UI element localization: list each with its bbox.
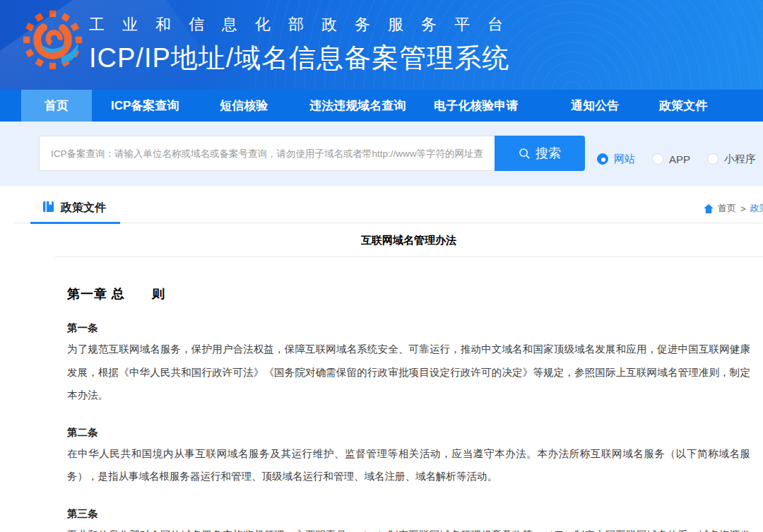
nav-item-e-verify-apply[interactable]: 电子化核验申请 — [434, 90, 518, 122]
nav-item-home[interactable]: 首页 — [21, 90, 92, 122]
article-2: 第二条 在中华人民共和国境内从事互联网域名服务及其运行维护、监督管理等相关活动，… — [67, 426, 750, 488]
search-button[interactable]: 搜索 — [495, 136, 585, 171]
breadcrumb-separator: > — [740, 203, 746, 214]
search-section: 搜索 网站 APP 小程序 快应用 — [0, 122, 763, 186]
search-icon — [519, 148, 531, 160]
article-label: 第一条 — [67, 321, 750, 335]
main-nav: 首页 ICP备案查询 短信核验 违法违规域名查询 电子化核验申请 通知公告 政策… — [0, 90, 763, 122]
content-area: 政策文件 首页 > 政策文件 互联网域名管理办法 第一章 总 则 第一条 为了规… — [0, 186, 763, 532]
search-type-website-label: 网站 — [614, 153, 635, 166]
radio-unselected-icon — [652, 153, 663, 165]
chapter-heading: 第一章 总 则 — [67, 285, 750, 302]
document-title: 互联网域名管理办法 — [67, 234, 750, 247]
breadcrumb-current[interactable]: 政策文件 — [750, 202, 763, 215]
nav-item-illegal-domain-lookup[interactable]: 违法违规域名查询 — [309, 90, 406, 122]
search-type-website[interactable]: 网站 — [597, 153, 635, 166]
radio-unselected-icon — [707, 153, 718, 165]
search-type-options: 网站 APP 小程序 快应用 — [597, 153, 763, 165]
nav-item-notices[interactable]: 通知公告 — [571, 90, 619, 122]
site-header: 工业和信息化部政务服务平台 ICP/IP地址/域名信息备案管理系统 — [0, 0, 763, 90]
radio-selected-icon — [597, 153, 608, 165]
article-label: 第三条 — [67, 507, 750, 521]
system-title: ICP/IP地址/域名信息备案管理系统 — [89, 40, 521, 76]
article-3: 第三条 工业和信息化部对全国的域名服务实施监督管理，主要职责是：（一）制定互联网… — [67, 507, 750, 532]
nav-item-policy-files[interactable]: 政策文件 — [659, 90, 707, 122]
article-text: 为了规范互联网域名服务，保护用户合法权益，保障互联网域名系统安全、可靠运行，推动… — [67, 338, 750, 407]
search-type-miniprogram-label: 小程序 — [724, 153, 756, 166]
article-label: 第二条 — [67, 426, 750, 439]
article-text: 工业和信息化部对全国的域名服务实施监督管理，主要职责是：（一）制定互联网域名管理… — [67, 524, 750, 532]
search-type-miniprogram[interactable]: 小程序 — [707, 153, 756, 166]
search-button-label: 搜索 — [536, 145, 561, 162]
section-header: 政策文件 首页 > 政策文件 — [0, 186, 763, 224]
page: 工业和信息化部政务服务平台 ICP/IP地址/域名信息备案管理系统 首页 ICP… — [0, 0, 763, 532]
book-icon — [42, 201, 54, 215]
nav-item-icp-lookup[interactable]: ICP备案查询 — [111, 90, 179, 122]
search-type-app-label: APP — [669, 153, 690, 165]
section-divider — [14, 223, 763, 223]
breadcrumb: 首页 > 政策文件 — [704, 202, 763, 215]
search-input[interactable] — [39, 136, 495, 171]
document-body: 第一章 总 则 第一条 为了规范互联网域名服务，保护用户合法权益，保障互联网域名… — [67, 285, 750, 532]
platform-title: 工业和信息化部政务服务平台 — [89, 14, 521, 35]
nav-item-sms-verify[interactable]: 短信核验 — [220, 90, 268, 122]
article-text: 在中华人民共和国境内从事互联网域名服务及其运行维护、监督管理等相关活动，应当遵守… — [67, 442, 750, 488]
breadcrumb-home[interactable]: 首页 — [718, 202, 736, 215]
miit-logo-icon — [23, 6, 83, 81]
search-type-app[interactable]: APP — [652, 153, 690, 165]
section-title: 政策文件 — [61, 201, 106, 215]
title-divider — [55, 256, 763, 257]
article-1: 第一条 为了规范互联网域名服务，保护用户合法权益，保障互联网域名系统安全、可靠运… — [67, 321, 750, 407]
home-icon — [704, 204, 714, 213]
